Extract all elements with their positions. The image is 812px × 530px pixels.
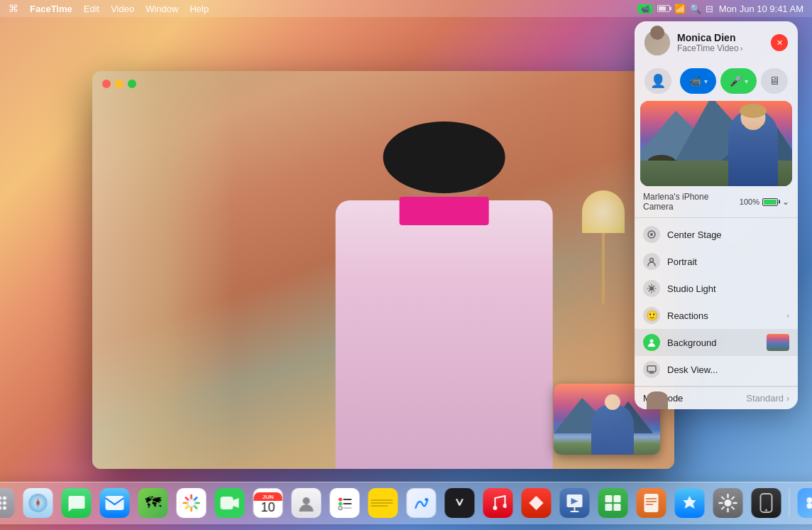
maximize-button[interactable] bbox=[128, 80, 136, 88]
mic-button[interactable]: 🎤 ▾ bbox=[720, 68, 757, 94]
center-stage-icon bbox=[643, 226, 660, 243]
portrait-icon bbox=[643, 253, 660, 270]
svg-point-59 bbox=[807, 497, 813, 503]
svg-point-12 bbox=[0, 497, 1, 500]
dock: 🗺 bbox=[0, 482, 812, 524]
close-button[interactable] bbox=[102, 80, 111, 88]
background-item[interactable]: Background bbox=[635, 329, 798, 356]
numbers-icon bbox=[598, 488, 628, 518]
video-button[interactable]: 📹 ▾ bbox=[680, 68, 716, 94]
recording-icon: 📹 bbox=[641, 5, 649, 13]
battery-icon bbox=[657, 5, 670, 12]
reactions-arrow: › bbox=[786, 311, 789, 320]
studio-light-item[interactable]: Studio Light bbox=[635, 275, 798, 302]
dock-separator bbox=[789, 489, 790, 517]
dock-item-pages[interactable] bbox=[635, 486, 669, 520]
dock-item-reminders[interactable] bbox=[328, 486, 362, 520]
svg-point-56 bbox=[725, 499, 732, 507]
close-panel-button[interactable]: ✕ bbox=[771, 34, 788, 51]
desk-view-item[interactable]: Desk View... bbox=[635, 356, 798, 383]
pages-icon bbox=[637, 488, 666, 518]
dock-item-facetime[interactable] bbox=[213, 486, 247, 520]
svg-marker-32 bbox=[234, 498, 239, 508]
search-icon[interactable]: 🔍 bbox=[690, 4, 701, 14]
help-menu[interactable]: Help bbox=[190, 4, 209, 14]
facetime-window bbox=[92, 71, 674, 469]
calendar-icon: JUN 10 bbox=[253, 488, 283, 518]
contact-avatar bbox=[644, 30, 670, 55]
menubar-left: ⌘ FaceTime Edit Video Window Help bbox=[9, 3, 209, 14]
minimize-button[interactable] bbox=[115, 80, 124, 88]
contacts-icon bbox=[292, 488, 322, 518]
desk-view-icon bbox=[643, 361, 660, 378]
camera-name: Marlena's iPhone Camera bbox=[643, 192, 735, 212]
battery-percent: 100% bbox=[740, 198, 759, 206]
dock-item-messages[interactable] bbox=[60, 486, 94, 520]
edit-menu[interactable]: Edit bbox=[84, 4, 99, 14]
svg-rect-41 bbox=[450, 497, 470, 509]
menubar-right: 📹 📶 🔍 ⊟ Mon Jun 10 9:41 AM bbox=[637, 4, 803, 14]
dock-item-contacts[interactable] bbox=[290, 486, 324, 520]
dock-item-appletv[interactable] bbox=[443, 486, 477, 520]
battery-bar bbox=[762, 198, 778, 206]
dock-item-launchpad[interactable] bbox=[0, 486, 17, 520]
mail-icon bbox=[100, 488, 130, 518]
iphone-icon bbox=[752, 488, 781, 518]
menu-items: Center Stage Portrait Studio Light bbox=[635, 218, 798, 386]
window-menu[interactable]: Window bbox=[146, 4, 178, 14]
maps-icon: 🗺 bbox=[138, 488, 168, 518]
dock-item-controlcenter[interactable] bbox=[796, 486, 813, 520]
mic-mode-arrow: › bbox=[786, 394, 789, 404]
control-center-icon[interactable]: ⊟ bbox=[706, 4, 713, 14]
photos-icon bbox=[177, 488, 207, 518]
mic-icon: 🎤 bbox=[730, 75, 742, 87]
dock-item-maps[interactable]: 🗺 bbox=[136, 486, 170, 520]
svg-point-19 bbox=[3, 507, 6, 510]
video-icon: 📹 bbox=[689, 75, 701, 87]
dock-item-appstore[interactable] bbox=[673, 486, 707, 520]
screen-icon: 🖥 bbox=[769, 75, 780, 87]
dock-item-keynote[interactable] bbox=[558, 486, 592, 520]
reactions-icon: 🙂 bbox=[643, 307, 660, 324]
reminders-icon bbox=[330, 488, 360, 518]
dock-item-safari[interactable] bbox=[21, 486, 55, 520]
reactions-item[interactable]: 🙂 Reactions › bbox=[635, 302, 798, 329]
center-stage-item[interactable]: Center Stage bbox=[635, 221, 798, 248]
dock-item-notes[interactable] bbox=[366, 486, 400, 520]
apple-menu[interactable]: ⌘ bbox=[9, 3, 18, 14]
app-name[interactable]: FaceTime bbox=[30, 4, 72, 14]
portrait-label: Portrait bbox=[667, 256, 789, 267]
dock-item-freeform[interactable] bbox=[405, 486, 439, 520]
svg-point-42 bbox=[493, 506, 498, 510]
dock-item-numbers[interactable] bbox=[596, 486, 630, 520]
contact-button[interactable]: 👤 bbox=[644, 68, 671, 94]
dock-item-music[interactable] bbox=[481, 486, 515, 520]
dock-item-photos[interactable] bbox=[175, 486, 209, 520]
dock-item-iphone[interactable] bbox=[750, 486, 784, 520]
dock-item-calendar[interactable]: JUN 10 bbox=[251, 486, 285, 520]
center-stage-label: Center Stage bbox=[667, 229, 789, 240]
contact-subtitle: FaceTime Video › bbox=[677, 43, 764, 53]
svg-point-34 bbox=[339, 498, 342, 502]
camera-expand-button[interactable]: ⌄ bbox=[782, 197, 789, 207]
background-thumbnail bbox=[767, 334, 789, 351]
camera-preview bbox=[640, 101, 792, 186]
video-menu[interactable]: Video bbox=[111, 4, 134, 14]
svg-point-16 bbox=[3, 502, 6, 505]
svg-point-2 bbox=[650, 259, 654, 262]
dock-item-mail[interactable] bbox=[98, 486, 132, 520]
desk-view-label: Desk View... bbox=[667, 364, 789, 375]
freeform-icon bbox=[407, 488, 437, 518]
svg-point-1 bbox=[650, 233, 653, 236]
dock-item-systemprefs[interactable] bbox=[711, 486, 745, 520]
portrait-item[interactable]: Portrait bbox=[635, 248, 798, 275]
room-curtain bbox=[92, 71, 234, 469]
svg-point-40 bbox=[425, 498, 428, 501]
control-panel: Monica Dien FaceTime Video › ✕ 👤 📹 ▾ 🎤 ▾… bbox=[635, 21, 798, 409]
screen-share-button[interactable]: 🖥 bbox=[761, 68, 788, 94]
svg-point-4 bbox=[650, 340, 654, 343]
svg-rect-48 bbox=[605, 495, 613, 502]
svg-point-33 bbox=[303, 497, 310, 504]
news-icon bbox=[522, 488, 552, 518]
dock-item-news[interactable] bbox=[520, 486, 554, 520]
